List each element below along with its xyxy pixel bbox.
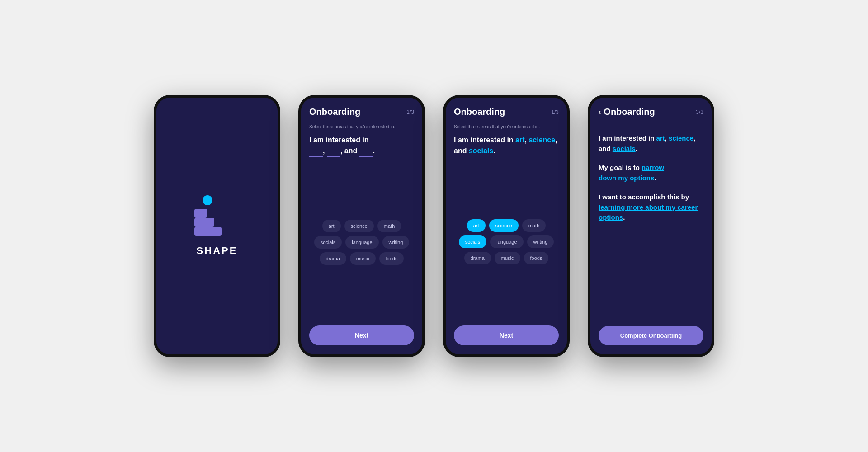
tag-music-3[interactable]: music: [495, 252, 520, 264]
subtitle-3: Select three areas that you're intereste…: [454, 124, 559, 129]
header-left-4: ‹ Onboarding: [599, 107, 655, 117]
onboarding-body-3: Select three areas that you're intereste…: [454, 124, 559, 345]
splash-screen: SHAPE: [156, 98, 278, 354]
tag-language-2[interactable]: language: [345, 236, 378, 249]
stair-step-1: [194, 227, 222, 236]
header-title-2: Onboarding: [309, 107, 360, 117]
tag-row-1: art science math: [309, 220, 414, 232]
blank-1: [309, 146, 323, 157]
tag-writing-3[interactable]: writing: [527, 235, 554, 248]
tag-science-3[interactable]: science: [489, 219, 519, 232]
app-title: SHAPE: [197, 245, 238, 257]
header-title-3: Onboarding: [454, 107, 505, 117]
next-button-3[interactable]: Next: [454, 325, 559, 345]
tag-drama-2[interactable]: drama: [320, 252, 346, 265]
interest-link-socials-3: socials: [469, 147, 493, 155]
tag-math-3[interactable]: math: [522, 219, 546, 232]
tags-area-3: art science math socials language writin…: [454, 165, 559, 318]
tag-writing-2[interactable]: writing: [382, 236, 410, 249]
tag-row-3-1: art science math: [454, 219, 559, 232]
tag-art-3[interactable]: art: [467, 219, 486, 232]
onboarding-header-3: Onboarding 1/3: [454, 107, 559, 117]
interest-sentence-3: I am interested in art, science, and soc…: [454, 135, 559, 156]
complete-button[interactable]: Complete Onboarding: [599, 326, 703, 345]
tag-row-3-3: drama music foods: [454, 252, 559, 264]
tag-row-2: socials language writing: [309, 236, 414, 249]
interest-link-art-3: art: [515, 136, 524, 144]
summary-para-1: I am interested in art, science, and soc…: [599, 133, 703, 154]
page-indicator-4: 3/3: [696, 109, 703, 115]
tag-music-2[interactable]: music: [350, 252, 376, 265]
onboarding-header-2: Onboarding 1/3: [309, 107, 414, 117]
interest-link-science-3: science: [528, 136, 555, 144]
next-button-2[interactable]: Next: [309, 325, 414, 345]
phone-onboarding-selected: Onboarding 1/3 Select three areas that y…: [443, 95, 570, 357]
phone-splash: SHAPE: [154, 95, 280, 357]
tag-socials-3[interactable]: socials: [459, 235, 487, 248]
summary-link-art: art: [656, 134, 665, 142]
summary-link-accomplish: learning more about my career options: [599, 203, 698, 221]
summary-link-goal: narrowdown my options: [599, 164, 664, 182]
onboarding-header-4: ‹ Onboarding 3/3: [599, 107, 703, 117]
tag-row-3: drama music foods: [309, 252, 414, 265]
logo-container: [194, 195, 240, 236]
tag-row-3-2: socials language writing: [454, 235, 559, 248]
tags-area-2: art science math socials language writin…: [309, 166, 414, 318]
tag-foods-2[interactable]: foods: [379, 252, 404, 265]
interest-sentence-2: I am interested in , , and .: [309, 135, 414, 157]
stair-step-3: [194, 209, 207, 218]
page-indicator-2: 1/3: [406, 109, 414, 115]
tag-foods-3[interactable]: foods: [524, 252, 549, 264]
tag-math-2[interactable]: math: [377, 220, 401, 232]
summary-para-2: My goal is to narrowdown my options.: [599, 163, 703, 183]
onboarding-screen-selected: Onboarding 1/3 Select three areas that y…: [446, 98, 567, 354]
onboarding-body-2: Select three areas that you're intereste…: [309, 124, 414, 345]
blank-2: [327, 146, 340, 157]
summary-link-science: science: [669, 134, 693, 142]
tag-language-3[interactable]: language: [490, 235, 523, 248]
page-indicator-3: 1/3: [551, 109, 559, 115]
summary-para-3: I want to accomplish this by learning mo…: [599, 192, 703, 223]
tag-science-2[interactable]: science: [344, 220, 374, 232]
summary-body: I am interested in art, science, and soc…: [599, 124, 703, 345]
blank-3: [359, 146, 373, 157]
stair-step-2: [194, 218, 214, 227]
subtitle-2: Select three areas that you're intereste…: [309, 124, 414, 129]
header-title-4: Onboarding: [604, 107, 655, 117]
tag-drama-3[interactable]: drama: [464, 252, 491, 264]
tag-socials-2[interactable]: socials: [314, 236, 342, 249]
summary-screen: ‹ Onboarding 3/3 I am interested in art,…: [590, 98, 712, 354]
onboarding-screen-empty: Onboarding 1/3 Select three areas that y…: [301, 98, 422, 354]
circle-icon: [203, 195, 212, 205]
phone-onboarding-empty: Onboarding 1/3 Select three areas that y…: [298, 95, 425, 357]
back-arrow-4[interactable]: ‹: [599, 108, 601, 116]
tag-art-2[interactable]: art: [322, 220, 341, 232]
summary-link-socials: socials: [613, 145, 636, 152]
phone-onboarding-summary: ‹ Onboarding 3/3 I am interested in art,…: [588, 95, 714, 357]
